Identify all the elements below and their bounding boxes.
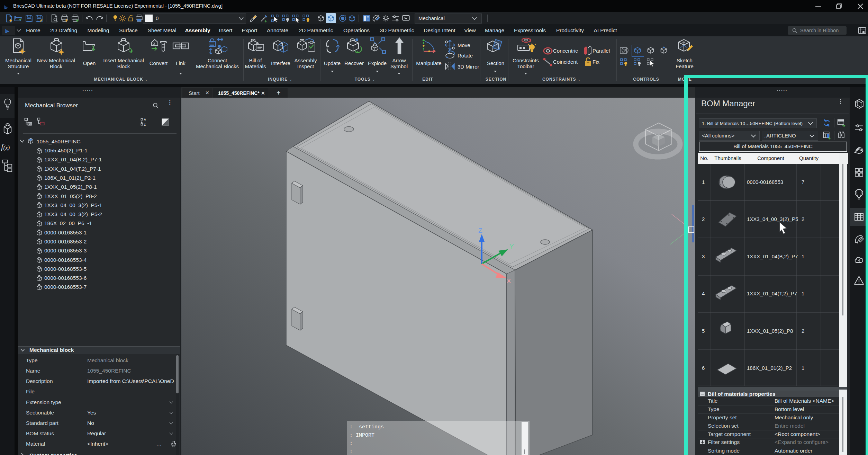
svg-text:2: 2 xyxy=(702,216,705,222)
svg-text:1XXX_01_04(B,2)_P7: 1XXX_01_04(B,2)_P7 xyxy=(747,253,798,259)
svg-text:Z: Z xyxy=(144,123,146,126)
svg-text:1XX3_04_00_3(2)_P5: 1XX3_04_00_3(2)_P5 xyxy=(747,216,798,222)
svg-text:3: 3 xyxy=(702,253,705,259)
svg-text:2: 2 xyxy=(802,328,804,334)
svg-text:1XXX_01_04(T,2)_P7: 1XXX_01_04(T,2)_P7 xyxy=(747,291,797,296)
svg-text:Y: Y xyxy=(509,243,514,250)
svg-text:1: 1 xyxy=(702,179,705,185)
svg-text:186X_01_01(2)_P2: 186X_01_01(2)_P2 xyxy=(747,365,792,371)
svg-text:1: 1 xyxy=(802,291,804,296)
svg-text:0000-00168553: 0000-00168553 xyxy=(747,179,783,185)
svg-text:X: X xyxy=(507,277,511,285)
svg-text:1XXX_01_05(2)_P8: 1XXX_01_05(2)_P8 xyxy=(747,328,793,334)
svg-text:2: 2 xyxy=(802,216,804,222)
svg-text:Z: Z xyxy=(478,227,482,234)
svg-text:7: 7 xyxy=(802,179,804,185)
svg-text:A: A xyxy=(144,118,146,121)
svg-text:6: 6 xyxy=(702,365,705,371)
svg-text:4: 4 xyxy=(702,291,705,296)
svg-text:1: 1 xyxy=(802,365,804,371)
svg-text:5: 5 xyxy=(702,328,705,334)
svg-text:1: 1 xyxy=(802,253,804,259)
